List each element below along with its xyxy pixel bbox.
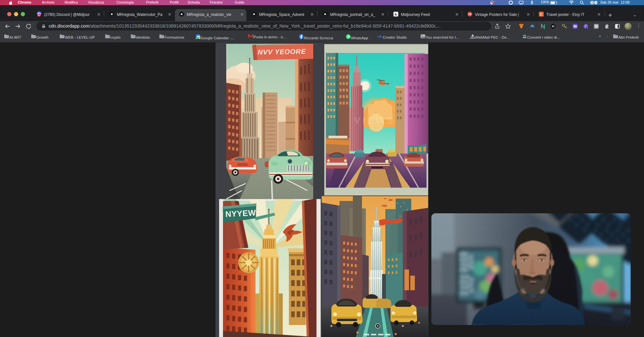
svg-text:31: 31 [197,36,199,38]
svg-text:E: E [540,12,542,17]
svg-text:2+: 2+ [38,14,40,16]
svg-text:NYYEW: NYYEW [225,208,256,219]
svg-text:VIEWS: VIEWS [354,115,395,126]
svg-text:NVV YEOORE: NVV YEOORE [258,47,306,56]
